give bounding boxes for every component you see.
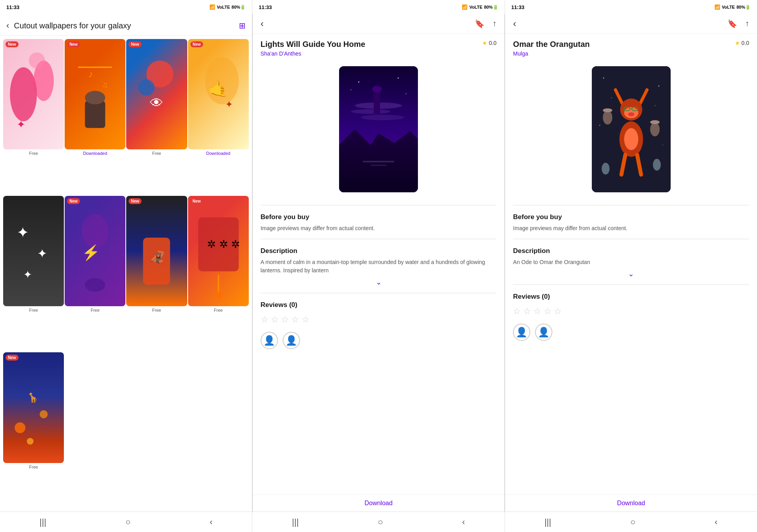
recents-button-1[interactable]: |||: [39, 517, 46, 527]
svg-point-63: [603, 110, 612, 125]
description-title: Description: [253, 244, 505, 257]
star-5[interactable]: ☆: [302, 314, 310, 325]
home-button-2[interactable]: ○: [378, 517, 383, 527]
new-badge: New: [190, 41, 203, 47]
list-item[interactable]: New ♪ ♫ Downloaded: [65, 39, 125, 195]
back-button-1[interactable]: ‹: [210, 517, 213, 527]
share-icon[interactable]: ↑: [492, 19, 496, 28]
list-item[interactable]: New 🤙 ✦ Downloaded: [188, 39, 249, 195]
star-icon: ★: [482, 40, 487, 46]
detail-title: Lights Will Guide You Home: [261, 40, 365, 49]
status-bar-row: 11:33 📶 VoLTE 80%🔋 11:33 📶 VoLTE 80%🔋 11…: [0, 0, 757, 14]
recents-button-3[interactable]: |||: [544, 517, 551, 527]
list-item[interactable]: New 🦧 Free: [126, 196, 187, 352]
omar-star-3[interactable]: ☆: [533, 306, 541, 316]
svg-point-34: [361, 115, 404, 120]
signal-icon-2: VoLTE: [469, 5, 482, 9]
wallpaper-preview-omar[interactable]: [592, 66, 671, 192]
list-item[interactable]: New ⚡ Free: [65, 196, 125, 352]
svg-point-60: [624, 128, 638, 150]
wallpaper-thumb[interactable]: New 🤙 ✦: [188, 39, 249, 149]
share-icon-omar[interactable]: ↑: [745, 19, 749, 28]
omar-rating-value: 0.0: [742, 40, 749, 46]
omar-star-4[interactable]: ☆: [544, 306, 552, 316]
star-icon-omar: ★: [735, 40, 740, 46]
wallpaper-thumb[interactable]: New ✦: [3, 39, 64, 149]
star-1[interactable]: ☆: [261, 314, 268, 325]
wallpaper-thumb[interactable]: New 🦧: [126, 196, 187, 306]
recents-button-2[interactable]: |||: [292, 517, 299, 527]
battery-3: 80%🔋: [736, 5, 751, 10]
wallpaper-thumb[interactable]: ✦ ✦ ✦: [3, 196, 64, 306]
omar-star-1[interactable]: ☆: [513, 306, 521, 316]
expand-description-button-omar[interactable]: ⌄: [505, 268, 757, 280]
star-4[interactable]: ☆: [291, 314, 299, 325]
back-button-2[interactable]: ‹: [462, 517, 465, 527]
wallpaper-thumb[interactable]: New ⚡: [65, 196, 125, 306]
preview-container[interactable]: [253, 58, 505, 200]
status-bar-3: 11:33 📶 VoLTE 80%🔋: [505, 0, 757, 14]
svg-point-68: [653, 159, 661, 171]
omar-star-5[interactable]: ☆: [554, 306, 562, 316]
list-item[interactable]: New 👁 Free: [126, 39, 187, 195]
list-item[interactable]: New 🦒 Free: [3, 352, 64, 508]
svg-point-39: [398, 78, 399, 79]
screens-container: ‹ Cutout wallpapers for your galaxy ⊞ Ne…: [0, 14, 757, 512]
svg-point-49: [599, 125, 600, 126]
omar-reviews-title: Reviews (0): [505, 290, 757, 302]
omar-detail-rating: ★ 0.0: [735, 40, 749, 46]
omar-back-button[interactable]: ‹: [513, 18, 516, 29]
list-item[interactable]: ✦ ✦ ✦ Free: [3, 196, 64, 352]
wallpaper-status-label: Free: [29, 151, 38, 156]
svg-point-5: [85, 91, 105, 104]
svg-point-2: [29, 52, 45, 69]
lights-back-button[interactable]: ‹: [261, 18, 264, 29]
star-3[interactable]: ☆: [281, 314, 289, 325]
nav-section-1: ||| ○ ‹: [0, 512, 252, 532]
time-2: 11:33: [259, 4, 272, 10]
svg-text:✲ ✲ ✲: ✲ ✲ ✲: [207, 238, 240, 250]
wallpaper-preview-lights[interactable]: [339, 66, 418, 192]
svg-point-28: [39, 410, 48, 419]
svg-point-48: [654, 105, 655, 106]
expand-description-button[interactable]: ⌄: [253, 276, 505, 288]
wallpaper-status-label: Downloaded: [83, 151, 107, 156]
list-item[interactable]: New ✦ Free: [3, 39, 64, 195]
download-button-omar[interactable]: Download: [617, 500, 645, 506]
wallpaper-thumb[interactable]: New ♪ ♫: [65, 39, 125, 149]
gallery-back-button[interactable]: ‹: [6, 20, 9, 31]
omar-title-row: Omar the Orangutan Mulga ★ 0.0: [505, 33, 757, 58]
new-badge: New: [129, 198, 142, 204]
new-badge: New: [67, 198, 80, 204]
divider-reviews: [261, 293, 497, 293]
svg-text:🦒: 🦒: [27, 392, 39, 403]
wallpaper-thumb[interactable]: New 👁: [126, 39, 187, 149]
list-item[interactable]: New ✲ ✲ ✲ Free: [188, 196, 249, 352]
detail-header-lights: ‹ 🔖 ↑: [253, 14, 505, 33]
back-button-3[interactable]: ‹: [714, 517, 717, 527]
svg-text:👁: 👁: [150, 95, 163, 110]
omar-description-title: Description: [505, 244, 757, 257]
grid-view-icon[interactable]: ⊞: [239, 21, 246, 30]
wallpaper-thumb[interactable]: New 🦒: [3, 352, 64, 463]
omar-preview-container[interactable]: [505, 58, 757, 200]
status-bar-1: 11:33 📶 VoLTE 80%🔋: [0, 0, 252, 14]
rating-stars-row: ☆ ☆ ☆ ☆ ☆: [253, 311, 505, 329]
new-badge: New: [67, 41, 80, 47]
description-text: A moment of calm in a mountain-top templ…: [253, 257, 505, 276]
wallpaper-thumb[interactable]: New ✲ ✲ ✲: [188, 196, 249, 306]
reviews-title: Reviews (0): [253, 298, 505, 311]
svg-point-45: [603, 78, 604, 79]
star-2[interactable]: ☆: [271, 314, 279, 325]
new-badge: New: [6, 41, 19, 47]
omar-star-2[interactable]: ☆: [523, 306, 531, 316]
bookmark-icon-omar[interactable]: 🔖: [727, 19, 737, 28]
download-button-lights[interactable]: Download: [364, 500, 392, 506]
home-button-3[interactable]: ○: [630, 517, 636, 527]
download-bar-lights: Download: [253, 495, 505, 512]
time-1: 11:33: [6, 4, 19, 10]
bookmark-icon[interactable]: 🔖: [475, 19, 485, 28]
home-button-1[interactable]: ○: [125, 517, 131, 527]
svg-point-18: [82, 214, 109, 248]
svg-text:🤙: 🤙: [208, 79, 229, 99]
